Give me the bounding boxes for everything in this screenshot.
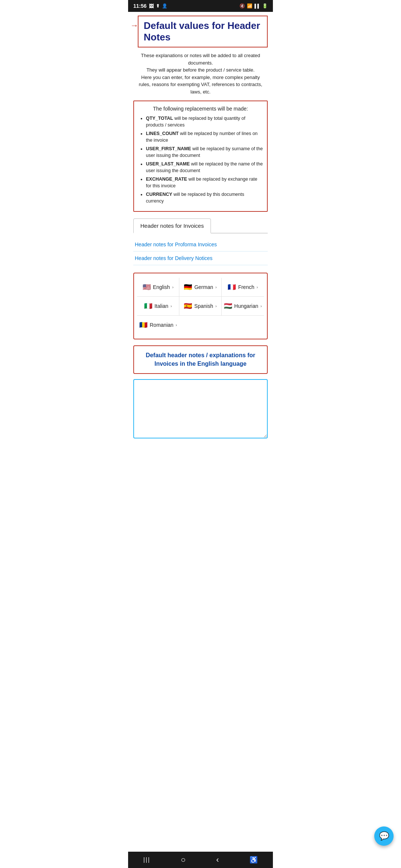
signal-icon: ▌▌ bbox=[254, 4, 260, 8]
list-item: LINES_COUNT will be replaced by number o… bbox=[146, 131, 263, 144]
lang-label-german: German bbox=[194, 284, 213, 290]
list-item: USER_LAST_NAME will be replaced by the n… bbox=[146, 161, 263, 174]
battery-icon: 🔋 bbox=[262, 3, 268, 9]
nav-recents-button[interactable]: ||| bbox=[136, 854, 157, 865]
tab-invoices[interactable]: Header notes for Invoices bbox=[133, 218, 211, 233]
status-left: 11:56 🖼 ⬆ 👤 bbox=[133, 3, 167, 9]
list-item: CURRENCY will be replaced by this docume… bbox=[146, 191, 263, 204]
language-grid: 🇺🇸 English › 🇩🇪 German › 🇫🇷 French › 🇮🇹 … bbox=[137, 278, 264, 334]
status-bar: 11:56 🖼 ⬆ 👤 🔇 📶 ▌▌ 🔋 bbox=[128, 0, 273, 12]
replacements-title: The following replacements will be made: bbox=[138, 106, 263, 112]
flag-romanian: 🇷🇴 bbox=[139, 321, 147, 329]
status-user-icon: 👤 bbox=[162, 3, 167, 9]
tabs-section: Header notes for Invoices Header notes f… bbox=[133, 218, 268, 265]
flag-spanish: 🇪🇸 bbox=[184, 302, 192, 310]
lang-label-hungarian: Hungarian bbox=[234, 303, 258, 309]
wifi-icon: 📶 bbox=[247, 3, 252, 9]
lang-btn-english[interactable]: 🇺🇸 English › bbox=[137, 278, 179, 297]
list-item: QTY_TOTAL will be replaced by total quan… bbox=[146, 115, 263, 128]
mute-icon: 🔇 bbox=[239, 3, 245, 9]
lang-label-italian: Italian bbox=[154, 303, 168, 309]
lang-btn-hungarian[interactable]: 🇭🇺 Hungarian › bbox=[222, 297, 264, 316]
main-content: → Default values for Header Notes These … bbox=[128, 12, 273, 470]
lang-btn-spanish[interactable]: 🇪🇸 Spanish › bbox=[179, 297, 222, 316]
lang-btn-french[interactable]: 🇫🇷 French › bbox=[222, 278, 264, 297]
notes-textarea[interactable] bbox=[133, 379, 268, 438]
flag-english: 🇺🇸 bbox=[143, 283, 151, 291]
lang-btn-german[interactable]: 🇩🇪 German › bbox=[179, 278, 222, 297]
flag-hungarian: 🇭🇺 bbox=[224, 302, 232, 310]
replacements-box: The following replacements will be made:… bbox=[133, 101, 268, 212]
lang-btn-italian[interactable]: 🇮🇹 Italian › bbox=[137, 297, 179, 316]
flag-french: 🇫🇷 bbox=[228, 283, 236, 291]
default-notes-title: Default header notes / explanations for … bbox=[146, 352, 255, 366]
nav-home-button[interactable]: ○ bbox=[173, 853, 193, 867]
chevron-hungarian: › bbox=[260, 304, 262, 308]
language-section: 🇺🇸 English › 🇩🇪 German › 🇫🇷 French › 🇮🇹 … bbox=[133, 273, 268, 339]
list-item: USER_FIRST_NAME will be replaced by surn… bbox=[146, 146, 263, 159]
replacement-list: QTY_TOTAL will be replaced by total quan… bbox=[138, 115, 263, 204]
chevron-french: › bbox=[257, 285, 258, 289]
status-right: 🔇 📶 ▌▌ 🔋 bbox=[239, 3, 268, 9]
flag-italian: 🇮🇹 bbox=[144, 302, 152, 310]
lang-btn-romanian[interactable]: 🇷🇴 Romanian › bbox=[137, 316, 179, 334]
lang-label-french: French bbox=[238, 284, 254, 290]
chevron-romanian: › bbox=[176, 323, 177, 327]
chevron-spanish: › bbox=[215, 304, 217, 308]
status-time: 11:56 bbox=[133, 3, 147, 9]
page-title: Default values for Header Notes bbox=[138, 16, 268, 47]
lang-label-romanian: Romanian bbox=[150, 322, 173, 328]
lang-label-spanish: Spanish bbox=[194, 303, 213, 309]
nav-back-button[interactable]: ‹ bbox=[209, 853, 226, 867]
tab-delivery-notices[interactable]: Header notes for Delivery Notices bbox=[133, 251, 268, 265]
chevron-german: › bbox=[215, 285, 217, 289]
chevron-english: › bbox=[172, 285, 174, 289]
nav-accessibility-button[interactable]: ♿ bbox=[242, 854, 265, 866]
lang-label-english: English bbox=[153, 284, 170, 290]
chevron-italian: › bbox=[170, 304, 172, 308]
status-upload-icon: ⬆ bbox=[156, 3, 160, 9]
tab-proforma-invoices[interactable]: Header notes for Proforma Invoices bbox=[133, 238, 268, 251]
status-photo-icon: 🖼 bbox=[149, 3, 154, 9]
list-item: EXCHANGE_RATE will be replaced by exchan… bbox=[146, 176, 263, 189]
flag-german: 🇩🇪 bbox=[184, 283, 192, 291]
default-notes-box: Default header notes / explanations for … bbox=[133, 345, 268, 374]
bottom-nav: ||| ○ ‹ ♿ bbox=[128, 852, 273, 868]
page-description: These explanations or notes will be adde… bbox=[133, 52, 268, 95]
red-arrow-icon: → bbox=[130, 21, 138, 30]
